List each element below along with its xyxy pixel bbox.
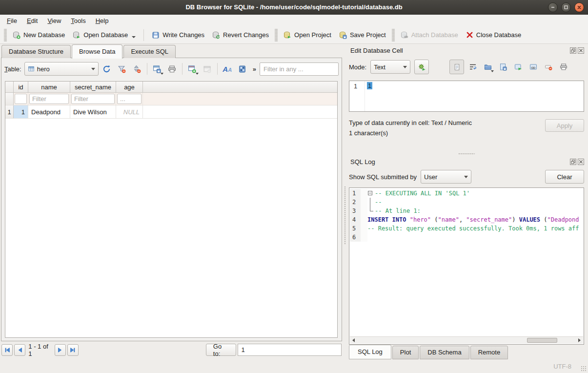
clear-sorting-button[interactable] bbox=[130, 62, 144, 76]
scroll-left-button[interactable] bbox=[350, 337, 357, 344]
word-wrap-button[interactable] bbox=[466, 61, 479, 73]
cell-editor[interactable]: 1 1 bbox=[349, 81, 584, 112]
toolbar-handle[interactable] bbox=[275, 29, 278, 41]
binary-view-button[interactable] bbox=[236, 62, 249, 76]
dock-tab-plot[interactable]: Plot bbox=[392, 346, 419, 359]
scroll-right-button[interactable] bbox=[576, 337, 583, 344]
column-header-name[interactable]: name bbox=[28, 82, 70, 92]
toolbar-handle[interactable] bbox=[4, 29, 7, 41]
chevron-down-icon bbox=[464, 176, 468, 178]
delete-record-icon bbox=[203, 65, 211, 73]
sql-log-title: SQL Log bbox=[350, 158, 568, 166]
dock-tab-sql-log[interactable]: SQL Log bbox=[349, 345, 391, 359]
save-project-icon bbox=[339, 31, 347, 39]
maximize-icon bbox=[564, 5, 568, 10]
horizontal-scrollbar[interactable] bbox=[350, 336, 583, 344]
goto-input[interactable]: 1 bbox=[238, 344, 342, 356]
last-page-button[interactable] bbox=[67, 344, 79, 356]
menu-help[interactable]: Help bbox=[91, 16, 114, 26]
float-panel-button[interactable] bbox=[570, 47, 576, 54]
attach-database-icon bbox=[401, 31, 408, 39]
filter-secret-name-input[interactable]: Filter bbox=[70, 93, 116, 105]
first-page-button[interactable] bbox=[1, 344, 13, 356]
table-select[interactable]: hero bbox=[24, 62, 99, 76]
filter-age-input[interactable]: ... bbox=[116, 93, 143, 105]
font-button[interactable]: AA bbox=[221, 62, 234, 76]
open-external-button[interactable] bbox=[527, 61, 540, 73]
print-cell-button[interactable] bbox=[557, 61, 570, 73]
mode-select[interactable]: Text bbox=[370, 60, 410, 74]
fold-marker-icon[interactable] bbox=[367, 189, 375, 198]
printer-icon bbox=[168, 65, 176, 73]
set-null-button[interactable] bbox=[542, 61, 555, 73]
dock-tab-bar: SQL Log Plot DB Schema Remote bbox=[349, 345, 584, 359]
open-project-icon bbox=[284, 31, 291, 39]
filter-any-input[interactable]: Filter in any ... bbox=[260, 62, 339, 76]
dock-tab-db-schema[interactable]: DB Schema bbox=[420, 346, 469, 359]
browse-data-panel: Table: hero bbox=[1, 58, 342, 341]
float-icon bbox=[571, 48, 575, 53]
resize-grip[interactable] bbox=[581, 366, 587, 372]
scrollbar-thumb[interactable] bbox=[527, 338, 557, 343]
write-changes-button[interactable]: Write Changes bbox=[148, 29, 208, 41]
filter-name-input[interactable]: Filter bbox=[28, 93, 70, 105]
column-header-secret-name[interactable]: secret_name bbox=[70, 82, 116, 92]
tab-browse-data[interactable]: Browse Data bbox=[72, 44, 122, 59]
text-mode-toggle[interactable] bbox=[449, 60, 464, 74]
grid-corner[interactable] bbox=[5, 82, 14, 92]
sql-source-select[interactable]: User bbox=[421, 170, 471, 184]
close-button[interactable] bbox=[574, 2, 584, 12]
clear-filters-button[interactable] bbox=[115, 62, 129, 76]
open-database-button[interactable]: Open Database bbox=[69, 29, 140, 41]
cell-name[interactable]: Deadpond bbox=[28, 105, 70, 118]
cell-age[interactable]: NULL bbox=[116, 105, 143, 118]
cell-char-count: 1 character(s) bbox=[349, 128, 545, 138]
minimize-button[interactable] bbox=[548, 2, 558, 12]
dock-splitter[interactable] bbox=[349, 151, 584, 157]
cell-info-row: Type of data currently in cell: Text / N… bbox=[349, 118, 584, 138]
goto-button[interactable]: Go to: bbox=[206, 344, 237, 356]
menu-view[interactable]: View bbox=[42, 16, 66, 26]
menu-edit[interactable]: Edit bbox=[22, 16, 42, 26]
apply-data-button[interactable] bbox=[512, 61, 525, 73]
maximize-button[interactable] bbox=[561, 2, 571, 12]
cell-secret-name[interactable]: Dive Wilson bbox=[70, 105, 116, 118]
sql-log-view[interactable]: 1 -- EXECUTING ALL IN 'SQL 1' 2 -- 3 -- … bbox=[349, 187, 584, 345]
cell-id[interactable]: 1 bbox=[14, 105, 28, 118]
menu-file[interactable]: File bbox=[2, 16, 22, 26]
log-line: 1 -- EXECUTING ALL IN 'SQL 1' bbox=[350, 189, 583, 198]
chevron-down-icon bbox=[196, 73, 199, 75]
new-database-button[interactable]: New Database bbox=[9, 29, 69, 41]
set-null-icon bbox=[545, 63, 552, 71]
close-database-button[interactable]: Close Database bbox=[462, 29, 526, 41]
row-header[interactable]: 1 bbox=[5, 105, 14, 118]
pane-splitter[interactable] bbox=[343, 44, 347, 359]
next-page-button[interactable] bbox=[55, 344, 66, 356]
insert-record-button[interactable] bbox=[185, 62, 199, 76]
menu-tools[interactable]: Tools bbox=[66, 16, 90, 26]
previous-page-button[interactable] bbox=[14, 344, 25, 356]
import-cell-button[interactable] bbox=[482, 61, 494, 73]
save-results-button[interactable] bbox=[150, 62, 164, 76]
revert-changes-button[interactable]: Revert Changes bbox=[208, 29, 273, 41]
open-database-dropdown-icon[interactable] bbox=[132, 36, 136, 38]
float-panel-button[interactable] bbox=[570, 159, 576, 165]
toolbar-overflow-chevron[interactable]: » bbox=[251, 65, 258, 73]
tab-execute-sql[interactable]: Execute SQL bbox=[123, 45, 176, 58]
column-header-age[interactable]: age bbox=[116, 82, 143, 92]
refresh-button[interactable] bbox=[100, 62, 114, 76]
tab-database-structure[interactable]: Database Structure bbox=[1, 45, 71, 58]
open-project-button[interactable]: Open Project bbox=[280, 29, 335, 41]
filter-id-input[interactable] bbox=[14, 93, 28, 105]
column-header-id[interactable]: id bbox=[14, 82, 28, 92]
status-bar: UTF-8 bbox=[0, 359, 588, 373]
clear-log-button[interactable]: Clear bbox=[545, 170, 584, 184]
print-button[interactable] bbox=[165, 62, 179, 76]
export-cell-button[interactable] bbox=[497, 61, 509, 73]
close-panel-button[interactable] bbox=[578, 47, 584, 54]
close-panel-button[interactable] bbox=[578, 159, 584, 165]
save-project-button[interactable]: Save Project bbox=[335, 29, 390, 41]
dock-tab-remote[interactable]: Remote bbox=[470, 346, 508, 359]
auto-apply-button[interactable] bbox=[414, 60, 429, 74]
toolbar-handle[interactable] bbox=[392, 29, 395, 41]
